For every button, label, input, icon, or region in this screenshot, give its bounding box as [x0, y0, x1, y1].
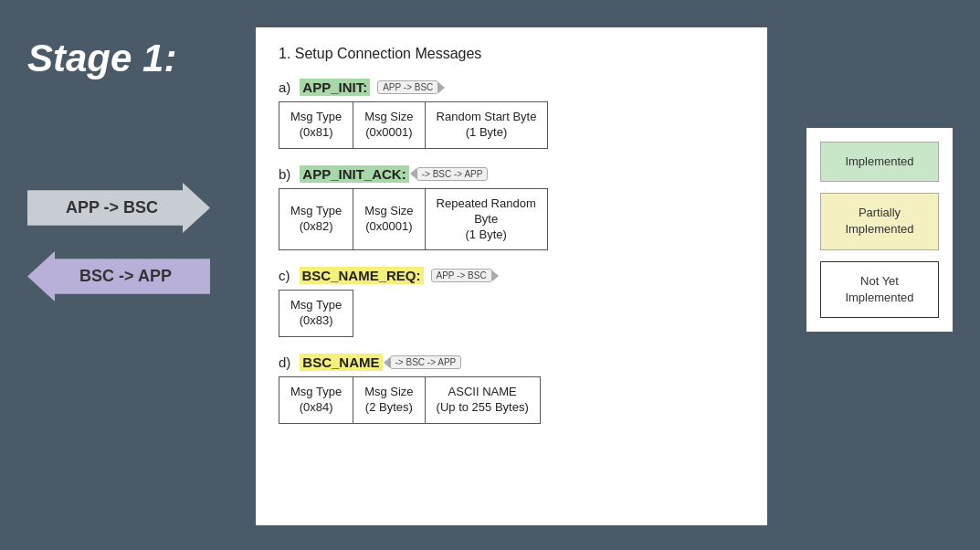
- arrow-left-label: BSC -> APP: [79, 267, 172, 286]
- section-a-letter: a): [279, 79, 290, 95]
- section-d-table: Msg Type(0x84) Msg Size(2 Bytes) ASCII N…: [279, 376, 541, 424]
- section-b-name: APP_INIT_ACK:: [300, 165, 408, 183]
- arrows-container: APP -> BSC BSC -> APP: [27, 183, 210, 301]
- section-b-letter: b): [279, 166, 290, 182]
- legend-implemented-label: Implemented: [845, 154, 913, 168]
- arrow-app-to-bsc: APP -> BSC: [27, 183, 210, 233]
- table-cell: Random Start Byte(1 Byte): [425, 102, 548, 149]
- arrow-right-label: APP -> BSC: [66, 198, 158, 217]
- section-c-direction: APP -> BSC: [431, 269, 492, 282]
- legend-implemented: Implemented: [820, 142, 939, 182]
- legend-partially-label: PartiallyImplemented: [845, 206, 913, 236]
- legend-not-yet-label: Not Yet Implemented: [845, 274, 913, 304]
- section-d-letter: d): [279, 354, 290, 370]
- section-a-header: a) APP_INIT: APP -> BSC: [279, 79, 744, 96]
- section-a-direction: APP -> BSC: [377, 80, 438, 94]
- table-cell: Msg Size(0x0001): [353, 188, 425, 250]
- legend-partially-implemented: PartiallyImplemented: [820, 193, 939, 249]
- table-cell: Msg Type(0x83): [279, 291, 353, 337]
- section-bsc-name: d) BSC_NAME -> BSC -> APP Msg Type(0x84)…: [279, 354, 744, 424]
- section-app-init: a) APP_INIT: APP -> BSC Msg Type(0x81) M…: [279, 79, 744, 149]
- section-a-name: APP_INIT:: [300, 79, 370, 96]
- table-cell: ASCII NAME(Up to 255 Bytes): [425, 377, 540, 424]
- panel-title: 1. Setup Connection Messages: [279, 46, 744, 62]
- main-panel: 1. Setup Connection Messages a) APP_INIT…: [256, 27, 767, 525]
- table-row: Msg Type(0x81) Msg Size(0x0001) Random S…: [279, 102, 548, 149]
- section-c-letter: c): [279, 268, 290, 283]
- table-cell: Msg Size(2 Bytes): [353, 377, 425, 424]
- table-cell: Msg Type(0x82): [279, 188, 353, 250]
- section-c-name: BSC_NAME_REQ:: [300, 267, 424, 284]
- section-c-table: Msg Type(0x83): [279, 290, 353, 337]
- legend-panel: Implemented PartiallyImplemented Not Yet…: [806, 128, 953, 332]
- table-cell: Msg Type(0x84): [279, 377, 353, 424]
- table-cell: Msg Type(0x81): [279, 102, 353, 149]
- section-d-direction: -> BSC -> APP: [390, 355, 462, 369]
- table-cell: Msg Size(0x0001): [353, 102, 425, 149]
- section-b-direction: -> BSC -> APP: [416, 167, 489, 181]
- stage-title: Stage 1:: [27, 37, 176, 80]
- section-b-header: b) APP_INIT_ACK: -> BSC -> APP: [279, 165, 744, 183]
- section-app-init-ack: b) APP_INIT_ACK: -> BSC -> APP Msg Type(…: [279, 165, 744, 251]
- table-row: Msg Type(0x83): [279, 291, 353, 337]
- section-b-table: Msg Type(0x82) Msg Size(0x0001) Repeated…: [279, 188, 548, 251]
- table-row: Msg Type(0x84) Msg Size(2 Bytes) ASCII N…: [279, 377, 541, 424]
- section-d-name: BSC_NAME: [300, 354, 382, 371]
- section-bsc-name-req: c) BSC_NAME_REQ: APP -> BSC Msg Type(0x8…: [279, 267, 744, 337]
- section-d-header: d) BSC_NAME -> BSC -> APP: [279, 354, 744, 371]
- legend-not-yet-implemented: Not Yet Implemented: [820, 261, 939, 318]
- table-cell: Repeated RandomByte(1 Byte): [425, 188, 547, 250]
- section-c-header: c) BSC_NAME_REQ: APP -> BSC: [279, 267, 744, 284]
- section-a-table: Msg Type(0x81) Msg Size(0x0001) Random S…: [279, 101, 548, 149]
- table-row: Msg Type(0x82) Msg Size(0x0001) Repeated…: [279, 188, 548, 250]
- arrow-bsc-to-app: BSC -> APP: [27, 251, 210, 301]
